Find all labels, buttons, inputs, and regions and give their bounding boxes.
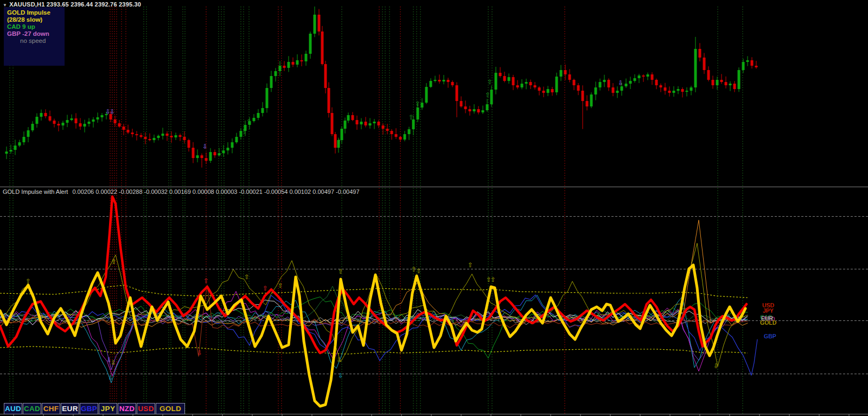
currency-button-jpy[interactable]: JPY	[99, 403, 117, 414]
candle-up	[257, 113, 260, 118]
candle-up	[270, 76, 273, 88]
candle-down	[573, 80, 576, 85]
currency-button-cad[interactable]: CAD	[23, 403, 41, 414]
candle-up	[10, 150, 12, 152]
candle-down	[612, 87, 615, 93]
candle-up	[434, 80, 437, 81]
candle-down	[477, 109, 480, 112]
impulse-up-arrow-icon: ⇧	[203, 277, 209, 285]
candle-up	[347, 115, 350, 121]
candle-down	[725, 82, 727, 85]
info-line-cad: CAD 9 up	[7, 23, 65, 30]
candle-down	[58, 124, 60, 125]
candle-down	[499, 73, 502, 76]
candle-down	[542, 91, 545, 93]
impulse-up-arrow-icon: ⇧	[338, 268, 343, 275]
candle-down	[214, 152, 216, 155]
candle-down	[170, 136, 173, 137]
candle-down	[127, 130, 130, 133]
candle-up	[84, 124, 86, 127]
candle-down	[751, 60, 754, 66]
candle-down	[201, 155, 203, 158]
candle-up	[490, 90, 493, 104]
candle-down	[399, 137, 402, 140]
candle-up	[97, 117, 99, 119]
chevron-down-icon[interactable]: ▼	[3, 3, 7, 8]
currency-button-gold[interactable]: GOLD	[156, 403, 185, 414]
candle-down	[205, 158, 208, 161]
buy-arrow-icon: ⇧	[485, 91, 490, 99]
candle-up	[279, 66, 282, 71]
candle-down	[512, 77, 515, 85]
currency-button-gbp[interactable]: GBP	[80, 403, 98, 414]
candle-down	[733, 84, 736, 89]
candle-up	[305, 54, 308, 61]
candle-up	[266, 88, 269, 108]
currency-button-nzd[interactable]: NZD	[118, 403, 136, 414]
candle-down	[149, 139, 151, 140]
candle-down	[608, 80, 610, 87]
sell-arrow-icon: ⇩	[110, 108, 115, 116]
candle-down	[166, 134, 169, 136]
candle-up	[209, 152, 212, 161]
candle-down	[529, 82, 532, 85]
impulse-up-arrow-icon: ⇧	[490, 276, 496, 283]
chart-canvas[interactable]: ⇩⇩⇩⇧⇧⇧⇧⇧⇧⇧⇩⇧⇧⇧⇧⇧⇧⇧⇧⇧⇧⇧⇧⇩⇩⇩⇩⇩⇩⇩USDJPYCADN…	[0, 0, 868, 416]
indicator-info-panel: GOLD Impulse (28/28 slow) CAD 9 up GBP -…	[4, 7, 65, 66]
candle-up	[404, 134, 406, 140]
candle-up	[673, 91, 675, 93]
candle-down	[703, 58, 706, 70]
candle-up	[408, 129, 411, 134]
impulse-down-arrow-icon: ⇩	[336, 356, 342, 364]
info-line-gold-impulse: GOLD Impulse	[7, 9, 65, 16]
candle-up	[595, 87, 597, 94]
candle-up	[227, 148, 229, 150]
candle-down	[365, 122, 367, 125]
candle-down	[699, 49, 701, 58]
impulse-up-arrow-icon: ⇧	[244, 273, 250, 281]
candle-down	[79, 123, 82, 127]
candle-up	[495, 73, 497, 90]
candle-down	[301, 60, 303, 61]
candle-down	[395, 134, 398, 137]
candle-up	[430, 81, 432, 87]
candle-down	[114, 119, 117, 123]
candle-up	[486, 104, 489, 110]
candle-up	[443, 80, 445, 81]
candle-down	[53, 121, 56, 124]
envelope-lower	[0, 346, 748, 354]
indicator-values: 0.00206 0.00022 -0.00288 -0.00032 0.0016…	[72, 188, 359, 195]
candle-down	[378, 122, 380, 125]
candle-down	[651, 74, 654, 80]
candle-up	[647, 74, 649, 77]
currency-button-eur[interactable]: EUR	[61, 403, 79, 414]
candle-up	[175, 135, 177, 137]
info-line-gbp: GBP -27 down	[7, 30, 65, 37]
info-line-slow: (28/28 slow)	[7, 16, 65, 23]
candle-down	[681, 89, 684, 92]
candle-down	[720, 80, 723, 82]
candle-up	[253, 118, 256, 121]
candle-down	[118, 123, 121, 127]
currency-button-chf[interactable]: CHF	[42, 403, 60, 414]
candle-up	[309, 34, 312, 54]
candle-up	[603, 80, 606, 82]
candle-up	[508, 77, 510, 81]
candle-down	[456, 85, 458, 101]
candle-down	[192, 148, 195, 158]
candle-down	[188, 140, 190, 148]
pane-separator[interactable]	[0, 187, 868, 187]
currency-button-usd[interactable]: USD	[137, 403, 155, 414]
candle-down	[503, 76, 506, 81]
candle-up	[88, 122, 91, 124]
currency-button-aud[interactable]: AUD	[4, 403, 22, 414]
candle-up	[261, 108, 264, 113]
candle-down	[136, 134, 138, 135]
candle-down	[538, 87, 541, 91]
candle-up	[14, 146, 17, 150]
buy-arrow-icon: ⇧	[336, 138, 342, 146]
candle-up	[634, 78, 636, 81]
candle-up	[360, 122, 363, 124]
candle-down	[577, 85, 580, 91]
candle-up	[27, 130, 30, 137]
